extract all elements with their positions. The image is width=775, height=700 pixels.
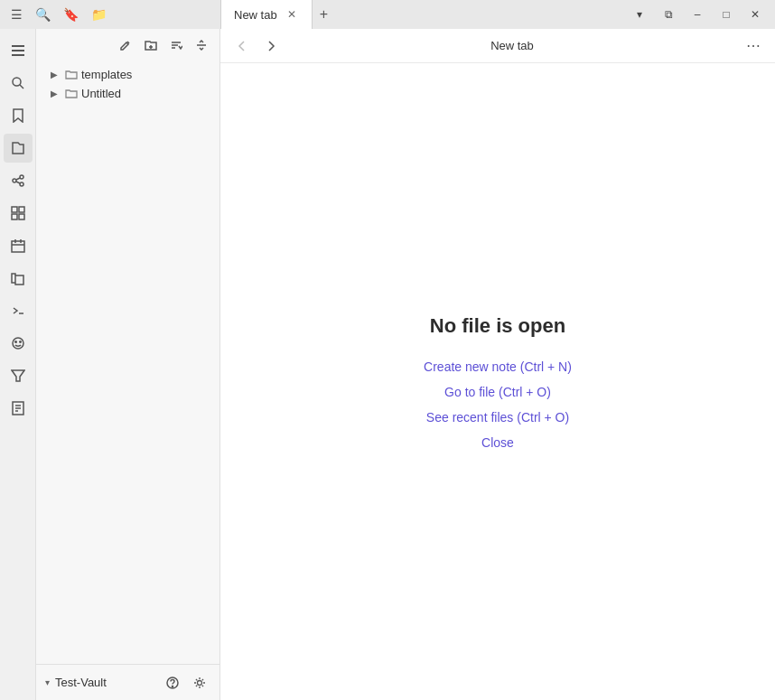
svg-rect-13	[19, 214, 24, 219]
app-body: ▶ templates ▶ Untitled ▾ Test-Vault	[0, 29, 775, 700]
sidebar-toolbar	[36, 29, 219, 61]
svg-line-9	[16, 182, 20, 183]
title-bar-left: ☰ 🔍 🔖 📁	[0, 4, 220, 25]
svg-rect-2	[12, 54, 24, 56]
bookmark-title-icon[interactable]: 🔖	[60, 4, 82, 25]
editor-area: New tab ⋯ No file is open Create new not…	[220, 29, 775, 700]
empty-state-title: No file is open	[430, 314, 565, 338]
new-folder-button[interactable]	[140, 34, 162, 56]
svg-rect-12	[12, 214, 17, 219]
activity-dashboard-icon[interactable]	[4, 199, 33, 228]
sidebar-footer: ▾ Test-Vault	[36, 664, 219, 700]
tree-chevron-untitled: ▶	[51, 89, 61, 98]
back-button[interactable]	[231, 35, 253, 57]
vault-chevron-icon: ▾	[45, 677, 50, 687]
svg-point-22	[19, 341, 21, 343]
svg-point-20	[13, 338, 23, 349]
title-bar: ☰ 🔍 🔖 📁 New tab ✕ + ▾ ⧉ – □ ✕	[0, 0, 775, 29]
forward-button[interactable]	[260, 35, 282, 57]
split-button[interactable]: ⧉	[656, 5, 681, 23]
more-options-button[interactable]: ⋯	[742, 35, 764, 57]
tree-chevron-templates: ▶	[51, 70, 61, 79]
svg-rect-18	[15, 275, 23, 285]
tree-item-templates[interactable]: ▶ templates	[36, 65, 219, 84]
svg-rect-14	[12, 241, 24, 252]
svg-point-7	[20, 182, 23, 186]
folder-icon-untitled	[65, 88, 78, 100]
sort-button[interactable]	[165, 34, 187, 56]
tab-label: New tab	[234, 8, 277, 22]
minimize-button[interactable]: –	[685, 5, 710, 23]
svg-point-21	[14, 341, 16, 343]
sidebar-toggle-icon[interactable]: ☰	[7, 4, 26, 25]
search-title-icon[interactable]: 🔍	[32, 4, 54, 25]
folder-icon-templates	[65, 69, 78, 81]
tab-close-button[interactable]: ✕	[285, 6, 299, 23]
tree-label-untitled: Untitled	[81, 87, 121, 100]
tree-label-templates: templates	[81, 68, 132, 81]
activity-graph-icon[interactable]	[4, 166, 33, 195]
svg-rect-1	[12, 50, 24, 51]
editor-nav: New tab ⋯	[220, 29, 775, 63]
editor-nav-title: New tab	[289, 39, 735, 52]
svg-rect-10	[12, 207, 17, 212]
tabs-area: New tab ✕ +	[220, 0, 620, 29]
activity-filter-icon[interactable]	[4, 361, 33, 390]
svg-point-35	[172, 686, 173, 686]
svg-point-36	[198, 680, 202, 685]
new-note-button[interactable]	[115, 34, 136, 56]
go-to-file-link[interactable]: Go to file (Ctrl + O)	[444, 385, 551, 399]
dropdown-button[interactable]: ▾	[627, 5, 652, 23]
svg-point-5	[13, 179, 16, 182]
activity-calendar-icon[interactable]	[4, 231, 33, 260]
svg-point-3	[13, 78, 21, 86]
activity-notes-icon[interactable]	[4, 394, 33, 423]
activity-search-icon[interactable]	[4, 69, 33, 98]
collapse-all-button[interactable]	[191, 34, 212, 56]
close-button[interactable]: ✕	[742, 5, 768, 23]
settings-button[interactable]	[189, 672, 210, 694]
editor-content: No file is open Create new note (Ctrl + …	[220, 63, 775, 700]
svg-line-8	[16, 178, 20, 180]
svg-marker-23	[12, 370, 24, 381]
svg-rect-0	[12, 45, 24, 47]
maximize-button[interactable]: □	[714, 5, 739, 23]
activity-bookmark-icon[interactable]	[4, 101, 33, 130]
sidebar: ▶ templates ▶ Untitled ▾ Test-Vault	[36, 29, 220, 700]
title-bar-controls: ▾ ⧉ – □ ✕	[620, 5, 775, 23]
help-button[interactable]	[162, 672, 183, 694]
sidebar-content: ▶ templates ▶ Untitled	[36, 61, 219, 664]
activity-terminal-icon[interactable]	[4, 296, 33, 325]
activity-copy-icon[interactable]	[4, 264, 33, 293]
activity-emoji-icon[interactable]	[4, 329, 33, 358]
activity-sidebar-icon[interactable]	[4, 36, 33, 65]
see-recent-files-link[interactable]: See recent files (Ctrl + O)	[426, 410, 569, 425]
create-new-note-link[interactable]: Create new note (Ctrl + N)	[424, 359, 572, 374]
close-link[interactable]: Close	[481, 435, 514, 450]
folder-title-icon[interactable]: 📁	[88, 4, 110, 25]
activity-bar	[0, 29, 36, 700]
activity-files-icon[interactable]	[4, 134, 33, 163]
active-tab[interactable]: New tab ✕	[220, 0, 313, 29]
tree-item-untitled[interactable]: ▶ Untitled	[36, 84, 219, 103]
svg-rect-11	[19, 207, 24, 212]
vault-name-label: Test-Vault	[55, 676, 156, 689]
svg-point-6	[20, 175, 23, 179]
new-tab-button[interactable]: +	[313, 3, 335, 26]
svg-line-4	[20, 85, 23, 89]
